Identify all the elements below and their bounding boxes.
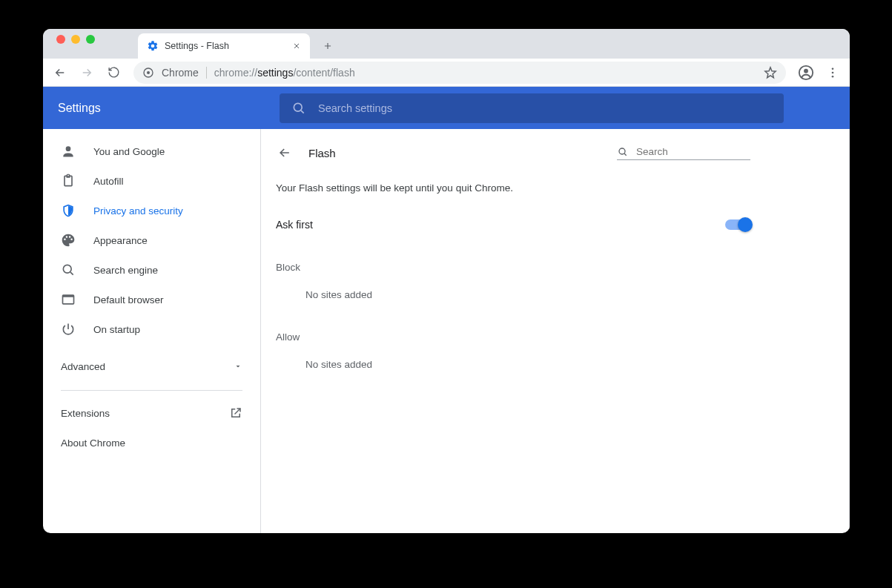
sidebar-item-autofill[interactable]: Autofill [43,166,260,196]
browser-window: Settings - Flash Chrome chrome://setti [43,29,850,533]
settings-sidebar: You and Google Autofill Privacy and secu… [43,129,261,533]
power-icon [61,322,76,337]
svg-point-7 [294,103,302,111]
advanced-label: Advanced [61,361,105,372]
sidebar-item-you-and-google[interactable]: You and Google [43,136,260,166]
extensions-label: Extensions [61,408,110,419]
settings-title: Settings [58,102,262,115]
svg-point-3 [804,68,808,73]
bookmark-star-icon[interactable] [764,66,777,79]
address-bar[interactable]: Chrome chrome://settings/content/flash [133,62,786,84]
tab-strip: Settings - Flash [43,29,850,59]
sidebar-item-about-chrome[interactable]: About Chrome [43,428,260,457]
svg-point-1 [147,71,150,74]
settings-header: Settings [43,87,850,129]
sidebar-item-label: Appearance [93,235,148,246]
sidebar-advanced-toggle[interactable]: Advanced [43,350,260,383]
sidebar-item-label: Default browser [93,294,164,305]
sidebar-item-privacy-security[interactable]: Privacy and security [43,196,260,225]
browser-toolbar: Chrome chrome://settings/content/flash [43,59,850,87]
sidebar-item-label: Search engine [93,265,158,276]
svg-point-6 [832,75,834,77]
svg-point-8 [66,146,71,151]
window-controls [50,35,101,53]
svg-point-4 [832,67,834,70]
sidebar-item-extensions[interactable]: Extensions [43,398,260,428]
minimize-window-button[interactable] [71,35,80,44]
toggle-knob [738,217,753,232]
profile-button[interactable] [795,62,817,84]
browser-tab[interactable]: Settings - Flash [138,33,310,59]
block-section-label: Block [261,241,765,279]
sidebar-item-label: On startup [93,324,140,335]
allow-empty-text: No sites added [261,348,765,380]
about-label: About Chrome [61,437,125,449]
sidebar-item-on-startup[interactable]: On startup [43,314,260,344]
settings-search-input[interactable] [318,102,772,114]
chevron-down-icon [234,362,242,371]
search-icon [291,101,306,116]
settings-body: You and Google Autofill Privacy and secu… [43,129,850,533]
back-button[interactable] [49,62,71,84]
settings-main: Flash Your Flash settings will be kept u… [261,129,850,533]
gear-icon [147,40,159,52]
sidebar-item-label: You and Google [93,146,165,157]
sidebar-item-label: Autofill [93,176,124,187]
sidebar-item-search-engine[interactable]: Search engine [43,255,260,285]
forward-button[interactable] [76,62,98,84]
divider [206,67,207,79]
url-path: chrome://settings/content/flash [214,67,355,79]
close-tab-button[interactable] [292,42,301,50]
open-in-new-icon [229,406,242,420]
browser-icon [61,292,76,307]
page-header: Flash [261,129,765,176]
shield-icon [61,203,76,218]
local-search-input[interactable] [636,146,761,157]
divider [61,390,242,391]
local-site-search[interactable] [617,146,750,160]
allow-section-label: Allow [261,311,765,348]
svg-point-10 [619,148,625,154]
sidebar-item-appearance[interactable]: Appearance [43,225,260,255]
back-arrow-button[interactable] [276,144,294,162]
page-title: Flash [308,147,336,159]
new-tab-button[interactable] [317,36,338,56]
reload-button[interactable] [102,62,125,84]
tab-title: Settings - Flash [165,41,229,51]
search-icon [617,146,629,158]
settings-search[interactable] [280,93,784,123]
url-origin: Chrome [162,67,199,79]
flash-notice: Your Flash settings will be kept until y… [261,176,765,208]
svg-point-5 [832,71,834,73]
clipboard-icon [61,174,76,188]
svg-point-9 [63,265,71,273]
sidebar-item-default-browser[interactable]: Default browser [43,285,260,314]
menu-button[interactable] [822,62,844,84]
palette-icon [61,233,76,248]
search-icon [61,262,76,277]
maximize-window-button[interactable] [86,35,95,44]
sidebar-item-label: Privacy and security [93,205,183,217]
block-empty-text: No sites added [261,279,765,311]
site-info-icon[interactable] [142,67,154,79]
person-icon [61,144,76,159]
ask-first-row: Ask first [261,208,765,241]
ask-first-toggle[interactable] [725,219,750,230]
close-window-button[interactable] [56,35,65,44]
toggle-label: Ask first [276,219,313,231]
